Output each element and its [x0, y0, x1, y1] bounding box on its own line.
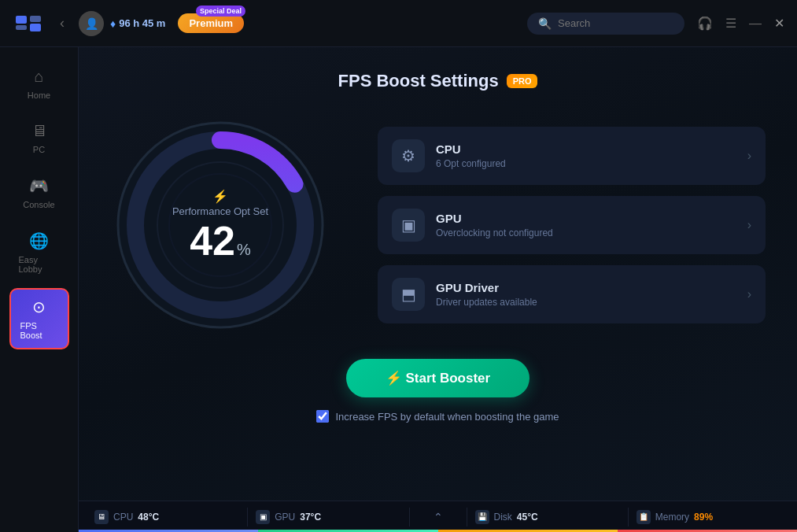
status-gpu-value: 37°C: [300, 512, 321, 523]
right-panel: ⚙ CPU 6 Opt configured › ▣ GPU Overclock…: [378, 127, 766, 323]
status-divider-2: [409, 508, 410, 526]
status-cpu-value: 48°C: [138, 512, 159, 523]
fps-checkbox-label: Increase FPS by default when boosting th…: [335, 411, 559, 423]
status-bar-center: ⌃: [418, 511, 459, 523]
title-bar-actions: 🎧 ☰ — ✕: [697, 16, 784, 31]
gpu-driver-card-subtitle: Driver updates available: [436, 297, 736, 308]
status-divider-1: [247, 508, 248, 526]
gpu-driver-card-arrow: ›: [747, 287, 751, 301]
status-disk-label: Disk: [494, 512, 512, 523]
status-divider-3: [467, 508, 467, 526]
app-logo: [13, 8, 44, 39]
pc-icon: 🖥: [31, 122, 47, 140]
time-value: 96 h 45 m: [119, 17, 165, 29]
cpu-card-arrow: ›: [747, 149, 751, 163]
gpu-card-info: GPU Overclocking not configured: [436, 212, 736, 238]
headset-icon[interactable]: 🎧: [697, 16, 713, 31]
cpu-card[interactable]: ⚙ CPU 6 Opt configured ›: [378, 127, 766, 185]
minimize-button[interactable]: —: [749, 17, 762, 31]
status-disk-value: 45°C: [517, 512, 538, 523]
status-divider-4: [628, 508, 629, 526]
gauge-container: ⚡ Performance Opt Set 42 %: [110, 115, 330, 335]
cpu-card-subtitle: 6 Opt configured: [436, 158, 736, 169]
chevron-up-icon[interactable]: ⌃: [434, 511, 443, 523]
sidebar-label-fps-boost: FPS Boost: [20, 321, 58, 340]
avatar: 👤: [79, 11, 104, 36]
svg-rect-1: [30, 24, 41, 31]
status-bar: 🖥 CPU 48°C ▣ GPU 37°C ⌃ 💾 Disk 45°C 📋 Me…: [79, 501, 797, 532]
sidebar-label-pc: PC: [33, 145, 45, 154]
status-memory: 📋 Memory 89%: [636, 510, 781, 524]
gpu-card-arrow: ›: [747, 218, 751, 232]
search-icon: 🔍: [538, 17, 552, 30]
status-gpu: ▣ GPU 37°C: [256, 510, 400, 524]
status-cpu: 🖥 CPU 48°C: [94, 510, 239, 524]
premium-label: Premium: [189, 17, 233, 29]
user-section: 👤 ♦ 96 h 45 m Premium Special Deal: [79, 11, 244, 36]
status-cpu-label: CPU: [113, 512, 133, 523]
svg-rect-3: [30, 16, 41, 22]
diamond-icon: ♦: [110, 17, 116, 30]
sidebar-label-home: Home: [28, 91, 50, 100]
fps-boost-icon: ⊙: [32, 297, 46, 316]
status-memory-label: Memory: [655, 512, 689, 523]
page-title-row: FPS Boost Settings PRO: [338, 71, 538, 91]
status-gpu-icon: ▣: [256, 510, 270, 524]
page-title: FPS Boost Settings: [338, 71, 499, 91]
gpu-card-title: GPU: [436, 212, 736, 225]
gauge-center: ⚡ Performance Opt Set 42 %: [172, 189, 268, 261]
status-memory-value: 89%: [694, 512, 713, 523]
status-memory-icon: 📋: [636, 510, 651, 524]
cpu-card-info: CPU 6 Opt configured: [436, 142, 736, 169]
search-box[interactable]: 🔍: [527, 13, 684, 35]
fps-checkbox[interactable]: [316, 410, 329, 423]
time-badge: ♦ 96 h 45 m: [110, 17, 165, 30]
gpu-card-icon: ▣: [392, 209, 425, 242]
start-booster-button[interactable]: ⚡ Start Booster: [346, 359, 529, 397]
gpu-driver-card-icon: ⬒: [392, 278, 425, 311]
close-button[interactable]: ✕: [774, 16, 784, 31]
pro-badge: PRO: [507, 74, 538, 88]
cpu-card-icon: ⚙: [392, 139, 425, 172]
gauge-unit: %: [237, 241, 251, 259]
search-input[interactable]: [558, 17, 673, 29]
main-content: FPS Boost Settings PRO: [79, 47, 797, 501]
sidebar-item-pc[interactable]: 🖥 PC: [9, 114, 69, 162]
bottom-section: ⚡ Start Booster Increase FPS by default …: [110, 359, 766, 423]
back-button[interactable]: ‹: [54, 12, 71, 35]
gpu-card[interactable]: ▣ GPU Overclocking not configured ›: [378, 196, 766, 254]
home-icon: ⌂: [34, 68, 43, 86]
console-icon: 🎮: [29, 176, 49, 195]
title-bar: ‹ 👤 ♦ 96 h 45 m Premium Special Deal 🔍 🎧…: [0, 0, 797, 47]
sidebar-item-console[interactable]: 🎮 Console: [9, 168, 69, 217]
easy-lobby-icon: 🌐: [29, 231, 49, 250]
status-cpu-icon: 🖥: [94, 510, 109, 524]
sidebar-item-easy-lobby[interactable]: 🌐 Easy Lobby: [9, 224, 69, 282]
gauge-bolt-icon: ⚡: [172, 189, 268, 204]
svg-rect-2: [16, 25, 27, 30]
premium-button[interactable]: Premium Special Deal: [178, 13, 244, 33]
special-deal-badge: Special Deal: [196, 6, 245, 17]
gauge-label: Performance Opt Set: [172, 205, 268, 217]
cpu-card-title: CPU: [436, 142, 736, 156]
sidebar-label-easy-lobby: Easy Lobby: [19, 255, 60, 274]
status-disk-icon: 💾: [475, 510, 489, 524]
gauge-value: 42: [190, 220, 235, 261]
fps-checkbox-row: Increase FPS by default when boosting th…: [316, 410, 559, 423]
sidebar-item-fps-boost[interactable]: ⊙ FPS Boost: [9, 288, 69, 349]
status-gpu-label: GPU: [275, 512, 295, 523]
status-disk: 💾 Disk 45°C: [475, 510, 620, 524]
gpu-driver-card-title: GPU Driver: [436, 281, 736, 294]
sidebar-label-console: Console: [23, 200, 54, 209]
gpu-driver-card[interactable]: ⬒ GPU Driver Driver updates available ›: [378, 265, 766, 323]
start-booster-label: ⚡ Start Booster: [386, 370, 490, 386]
sidebar: ⌂ Home 🖥 PC 🎮 Console 🌐 Easy Lobby ⊙ FPS…: [0, 47, 79, 532]
gpu-card-subtitle: Overclocking not configured: [436, 227, 736, 238]
svg-rect-0: [16, 16, 27, 24]
menu-icon[interactable]: ☰: [725, 16, 736, 31]
gpu-driver-card-info: GPU Driver Driver updates available: [436, 281, 736, 308]
sidebar-item-home[interactable]: ⌂ Home: [9, 60, 69, 108]
content-row: ⚡ Performance Opt Set 42 % ⚙ CPU 6 Opt c…: [110, 115, 766, 335]
